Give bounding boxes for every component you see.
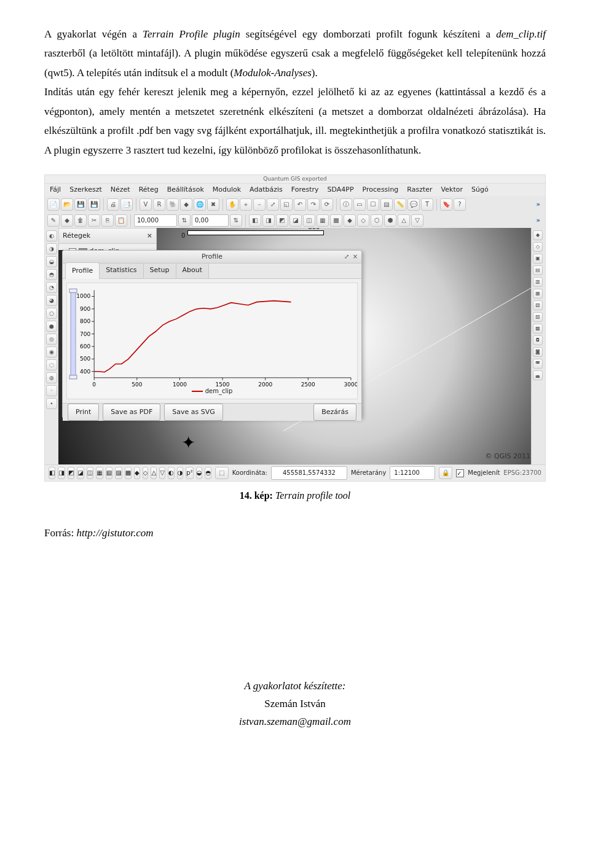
- plugin-c-icon[interactable]: ◩: [276, 214, 288, 227]
- sb-e-icon[interactable]: ◫: [87, 467, 93, 479]
- rt-b-icon[interactable]: ◇: [533, 242, 543, 252]
- step-icon[interactable]: ⇅: [178, 214, 191, 227]
- saveas-icon[interactable]: 💾: [88, 198, 100, 211]
- sb-f-icon[interactable]: ▦: [96, 467, 103, 479]
- copy-icon[interactable]: ⎘: [101, 214, 114, 227]
- delete-icon[interactable]: 🗑: [74, 214, 87, 227]
- plugin-j-icon[interactable]: ⬡: [371, 214, 383, 227]
- cut-icon[interactable]: ✂: [88, 214, 100, 227]
- vt-k-icon[interactable]: ◌: [46, 359, 57, 370]
- sb-m-icon[interactable]: ▽: [159, 467, 165, 479]
- scale-field-2[interactable]: 0,00: [192, 214, 229, 227]
- menu-vektor[interactable]: Vektor: [441, 184, 463, 196]
- zoomlayer-icon[interactable]: ◱: [280, 198, 293, 211]
- pan-icon[interactable]: ✋: [226, 198, 238, 211]
- menu-processing[interactable]: Processing: [363, 184, 399, 196]
- rt-j-icon[interactable]: ◘: [533, 335, 543, 345]
- close-icon[interactable]: ×: [352, 251, 359, 263]
- vt-a-icon[interactable]: ◐: [46, 230, 57, 241]
- tab-statistics[interactable]: Statistics: [99, 262, 143, 278]
- select-icon[interactable]: ▭: [353, 198, 366, 211]
- add-raster-icon[interactable]: R: [153, 198, 165, 211]
- vt-d-icon[interactable]: ◓: [46, 269, 57, 280]
- help-icon[interactable]: ?: [454, 198, 466, 211]
- menu-sugo[interactable]: Súgó: [471, 184, 489, 196]
- plugin-a-icon[interactable]: ◧: [249, 214, 261, 227]
- rt-l-icon[interactable]: ◚: [533, 359, 543, 369]
- rt-f-icon[interactable]: ▦: [533, 289, 543, 299]
- tab-about[interactable]: About: [176, 262, 210, 278]
- rt-g-icon[interactable]: ▧: [533, 300, 543, 310]
- plugin-m-icon[interactable]: ▽: [411, 214, 423, 227]
- sb-j-icon[interactable]: ◆: [134, 467, 140, 479]
- step-icon[interactable]: ⇅: [230, 214, 242, 227]
- deselect-icon[interactable]: ☐: [367, 198, 379, 211]
- rt-c-icon[interactable]: ▣: [533, 254, 543, 264]
- render-checkbox[interactable]: [456, 469, 464, 477]
- plugin-f-icon[interactable]: ▦: [317, 214, 329, 227]
- sb-i-icon[interactable]: ▩: [125, 467, 132, 479]
- table-icon[interactable]: ▤: [380, 198, 393, 211]
- rt-h-icon[interactable]: ▨: [533, 312, 543, 322]
- sb-c-icon[interactable]: ◩: [68, 467, 74, 479]
- save-icon[interactable]: 💾: [74, 198, 87, 211]
- menu-szerkeszt[interactable]: Szerkeszt: [69, 184, 102, 196]
- sb-r-icon[interactable]: ◓: [205, 467, 211, 479]
- plugin-k-icon[interactable]: ⬢: [384, 214, 396, 227]
- bookmark-icon[interactable]: 🔖: [440, 198, 452, 211]
- add-vector-icon[interactable]: V: [140, 198, 152, 211]
- sb-o-icon[interactable]: ◑: [177, 467, 184, 479]
- tab-profile[interactable]: Profile: [65, 262, 100, 279]
- save-svg-button[interactable]: Save as SVG: [164, 404, 223, 421]
- add-postgis-icon[interactable]: 🐘: [167, 198, 179, 211]
- sb-d-icon[interactable]: ◪: [77, 467, 84, 479]
- tab-setup[interactable]: Setup: [143, 262, 176, 278]
- sb-p-icon[interactable]: p²: [186, 467, 193, 479]
- menu-reteg[interactable]: Réteg: [139, 184, 159, 196]
- save-pdf-button[interactable]: Save as PDF: [103, 404, 160, 421]
- maptips-icon[interactable]: 💬: [407, 198, 420, 211]
- measure-icon[interactable]: 📏: [394, 198, 406, 211]
- vt-m-icon[interactable]: ◦: [46, 385, 57, 396]
- plugin-l-icon[interactable]: △: [398, 214, 410, 227]
- plugin-g-icon[interactable]: ▩: [330, 214, 342, 227]
- edit-icon[interactable]: ✎: [47, 214, 60, 227]
- menu-sda4pp[interactable]: SDA4PP: [328, 184, 354, 196]
- zoomin-icon[interactable]: ＋: [240, 198, 252, 211]
- zoomlast-icon[interactable]: ↶: [294, 198, 306, 211]
- vt-g-icon[interactable]: ○: [46, 308, 57, 319]
- paste-icon[interactable]: 📋: [115, 214, 127, 227]
- sb-q-icon[interactable]: ◒: [196, 467, 203, 479]
- menu-adatbazis[interactable]: Adatbázis: [250, 184, 283, 196]
- epsg-label[interactable]: EPSG:23700: [503, 467, 541, 479]
- new-project-icon[interactable]: 📄: [47, 198, 60, 211]
- vt-e-icon[interactable]: ◔: [46, 282, 57, 293]
- plugin-b-icon[interactable]: ◨: [262, 214, 275, 227]
- sb-a-icon[interactable]: ◧: [49, 467, 55, 479]
- scale-field-1[interactable]: 10,000: [134, 214, 177, 227]
- menu-modulok[interactable]: Modulok: [213, 184, 241, 196]
- menu-beallitasok[interactable]: Beállítások: [167, 184, 204, 196]
- sb-k-icon[interactable]: ◇: [143, 467, 149, 479]
- zoomfull-icon[interactable]: ⤢: [267, 198, 279, 211]
- plugin-i-icon[interactable]: ◇: [357, 214, 369, 227]
- scale-lock-icon[interactable]: 🔒: [439, 467, 452, 479]
- sb-l-icon[interactable]: △: [151, 467, 157, 479]
- zoomout-icon[interactable]: －: [253, 198, 266, 211]
- vt-c-icon[interactable]: ◒: [46, 256, 57, 267]
- plugin-e-icon[interactable]: ◫: [303, 214, 315, 227]
- vt-n-icon[interactable]: •: [46, 398, 57, 409]
- vt-l-icon[interactable]: ◍: [46, 372, 57, 383]
- dialog-titlebar[interactable]: Profile ⤢ ×: [63, 251, 361, 264]
- zoomnext-icon[interactable]: ↷: [307, 198, 320, 211]
- identify-icon[interactable]: ⓘ: [340, 198, 352, 211]
- open-icon[interactable]: 📂: [61, 198, 73, 211]
- remove-layer-icon[interactable]: ✖: [207, 198, 219, 211]
- print-icon[interactable]: 🖨: [107, 198, 119, 211]
- composer-icon[interactable]: 📑: [120, 198, 133, 211]
- vt-b-icon[interactable]: ◑: [46, 243, 57, 254]
- more-icon[interactable]: »: [537, 215, 543, 227]
- sb-n-icon[interactable]: ◐: [168, 467, 175, 479]
- sb-h-icon[interactable]: ▨: [115, 467, 122, 479]
- plugin-d-icon[interactable]: ◪: [289, 214, 302, 227]
